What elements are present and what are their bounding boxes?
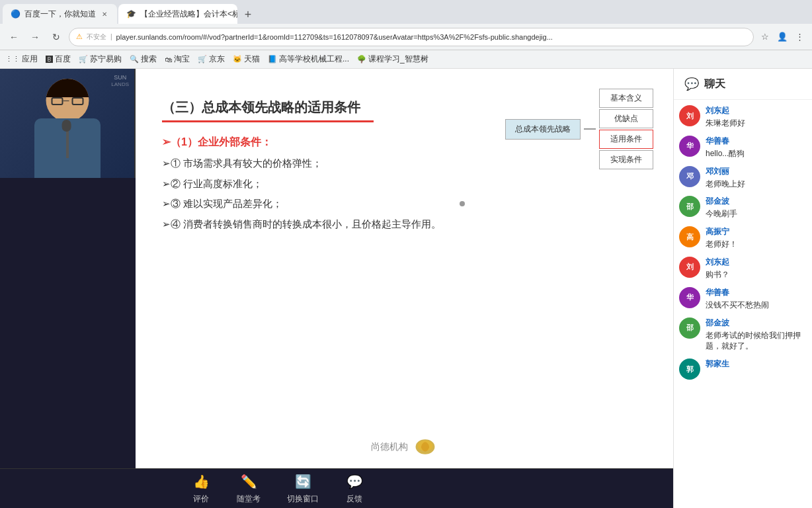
chat-content-1: 华善春 hello...酷狗 bbox=[706, 136, 807, 159]
chat-msg-8: 郭 郭家生 bbox=[679, 359, 807, 380]
quiz-label: 随堂考 bbox=[237, 493, 261, 505]
tab-label-course: 【企业经营战略】会计本<标... bbox=[140, 9, 237, 20]
webcam-box: SUN LANDS bbox=[0, 69, 136, 178]
chat-msg-0: 刘 刘东起 朱琳老师好 bbox=[679, 105, 807, 129]
bookmark-mech[interactable]: 📘 高等学校机械工程... bbox=[268, 54, 349, 65]
main-area: SUN LANDS 总成本领先战略 基本含义 优缺点 适用条件 实 bbox=[0, 69, 812, 508]
address-box[interactable]: ⚠ 不安全 | player.sunlands.com/room/#/vod?p… bbox=[69, 28, 754, 46]
rate-label: 评价 bbox=[193, 493, 209, 505]
chat-avatar-6: 华 bbox=[679, 287, 700, 308]
switch-icon: 🔄 bbox=[294, 472, 312, 491]
forward-button[interactable]: → bbox=[26, 28, 44, 46]
chat-avatar-3: 邵 bbox=[679, 196, 700, 217]
bookmark-search-label: 搜索 bbox=[141, 54, 157, 65]
diagram-center-label: 总成本领先战略 bbox=[505, 119, 581, 140]
chat-msg-2: 邓 邓刘丽 老师晚上好 bbox=[679, 166, 807, 190]
baidu-icon: 🅱 bbox=[46, 56, 53, 64]
bookmark-taobao[interactable]: 🛍 淘宝 bbox=[165, 54, 190, 65]
zhihui-icon: 🌳 bbox=[357, 55, 366, 64]
tab-favicon: 🔵 bbox=[11, 9, 20, 19]
toolbar-rate[interactable]: 👍 评价 bbox=[192, 472, 210, 505]
profile-icon[interactable]: 👤 bbox=[775, 30, 790, 44]
back-button[interactable]: ← bbox=[5, 28, 22, 46]
chat-text-0: 朱琳老师好 bbox=[706, 118, 807, 129]
chat-avatar-7: 邵 bbox=[679, 318, 700, 339]
toolbar-items: 👍 评价 ✏️ 随堂考 🔄 切换窗口 💬 反馈 bbox=[13, 472, 542, 505]
tab-baidu[interactable]: 🔵 百度一下，你就知道 ✕ bbox=[3, 4, 117, 24]
logo-icon-svg bbox=[412, 435, 438, 458]
chat-name-3: 邵金波 bbox=[706, 196, 807, 207]
diagram-box-1: 优缺点 bbox=[599, 109, 653, 128]
chat-name-8: 郭家生 bbox=[706, 359, 807, 370]
diagram-boxes: 基本含义 优缺点 适用条件 实现条件 bbox=[599, 89, 653, 169]
toolbar-switch[interactable]: 🔄 切换窗口 bbox=[287, 472, 319, 505]
tianmao-icon: 🐱 bbox=[233, 55, 242, 64]
feedback-icon: 💬 bbox=[345, 472, 364, 491]
chat-avatar-1: 华 bbox=[679, 136, 700, 157]
chat-content-3: 邵金波 今晚刷手 bbox=[706, 196, 807, 220]
chat-msg-7: 邵 邵金波 老师考试的时候给我们押押题，就好了。 bbox=[679, 318, 807, 353]
chat-text-1: hello...酷狗 bbox=[706, 148, 807, 159]
chat-content-5: 刘东起 购书？ bbox=[706, 257, 807, 280]
chat-msg-3: 邵 邵金波 今晚刷手 bbox=[679, 196, 807, 220]
bookmark-suning[interactable]: 🛒 苏宁易购 bbox=[79, 54, 122, 65]
chat-name-7: 邵金波 bbox=[706, 318, 807, 329]
bookmark-tianmao-label: 天猫 bbox=[244, 54, 260, 65]
chat-text-6: 没钱不买不愁热闹 bbox=[706, 300, 807, 311]
chat-content-4: 高振宁 老师好！ bbox=[706, 226, 807, 250]
chat-msg-6: 华 华善春 没钱不买不愁热闹 bbox=[679, 287, 807, 311]
address-text: player.sunlands.com/room/#/vod?partnerId… bbox=[116, 33, 747, 41]
new-tab-button[interactable]: + bbox=[239, 5, 257, 24]
bookmark-jd[interactable]: 🛒 京东 bbox=[198, 54, 225, 65]
jd-icon: 🛒 bbox=[198, 55, 207, 64]
chat-messages[interactable]: 刘 刘东起 朱琳老师好 华 华善春 hello...酷狗 邓 邓刘丽 老师晚上好 bbox=[674, 100, 812, 508]
chat-text-5: 购书？ bbox=[706, 269, 807, 280]
chat-content-2: 邓刘丽 老师晚上好 bbox=[706, 166, 807, 190]
menu-icon[interactable]: ⋮ bbox=[792, 30, 807, 44]
search-bk-icon: 🔍 bbox=[130, 55, 139, 64]
rate-icon: 👍 bbox=[192, 472, 210, 491]
bookmark-search[interactable]: 🔍 搜索 bbox=[130, 54, 157, 65]
address-bar-row: ← → ↻ ⚠ 不安全 | player.sunlands.com/room/#… bbox=[0, 24, 812, 50]
suning-icon: 🛒 bbox=[79, 55, 88, 64]
toolbar-quiz[interactable]: ✏️ 随堂考 bbox=[237, 472, 261, 505]
chat-text-3: 今晚刷手 bbox=[706, 208, 807, 220]
chat-header: 💬 聊天 bbox=[674, 69, 812, 100]
tab-favicon-course: 🎓 bbox=[126, 9, 136, 19]
chat-name-2: 邓刘丽 bbox=[706, 166, 807, 177]
slide-title-underline bbox=[162, 120, 374, 122]
chat-name-6: 华善春 bbox=[706, 287, 807, 298]
diagram-box-3: 实现条件 bbox=[599, 150, 653, 169]
bookmark-tianmao[interactable]: 🐱 天猫 bbox=[233, 54, 260, 65]
bookmark-zhihui-label: 课程学习_智慧树 bbox=[368, 54, 428, 65]
webcam-background: SUN LANDS bbox=[0, 69, 134, 178]
star-icon[interactable]: ☆ bbox=[758, 30, 772, 44]
diagram-box-2: 适用条件 bbox=[599, 130, 653, 149]
slide-item-1: ➢② 行业高度标准化； bbox=[162, 177, 647, 192]
reload-button[interactable]: ↻ bbox=[48, 28, 65, 46]
tab-course[interactable]: 🎓 【企业经营战略】会计本<标... ✕ bbox=[118, 4, 237, 24]
bookmark-mech-label: 高等学校机械工程... bbox=[279, 54, 349, 65]
addr-actions: ☆ 👤 ⋮ bbox=[758, 30, 807, 44]
toolbar-feedback[interactable]: 💬 反馈 bbox=[345, 472, 364, 505]
bookmark-zhihui[interactable]: 🌳 课程学习_智慧树 bbox=[357, 54, 428, 65]
quiz-icon: ✏️ bbox=[239, 472, 258, 491]
bookmark-apps[interactable]: ⋮⋮ 应用 bbox=[5, 54, 38, 65]
bookmark-suning-label: 苏宁易购 bbox=[90, 54, 122, 65]
chat-msg-4: 高 高振宁 老师好！ bbox=[679, 226, 807, 250]
video-area: SUN LANDS 总成本领先战略 基本含义 优缺点 适用条件 实 bbox=[0, 69, 673, 508]
security-label: 不安全 bbox=[87, 32, 106, 42]
chat-content-8: 郭家生 bbox=[706, 359, 807, 371]
switch-label: 切换窗口 bbox=[287, 493, 319, 505]
tab-close-baidu[interactable]: ✕ bbox=[100, 9, 109, 19]
chat-sidebar: 💬 聊天 刘 刘东起 朱琳老师好 华 华善春 hello...酷狗 邓 bbox=[673, 69, 812, 508]
diagram: 总成本领先战略 基本含义 优缺点 适用条件 实现条件 bbox=[505, 89, 653, 169]
slide-item-3: ➢④ 消费者转换销售商时的转换成本很小，且价格起主导作用。 bbox=[162, 217, 647, 232]
slide-logo: 尚德机构 bbox=[371, 435, 438, 458]
chat-name-5: 刘东起 bbox=[706, 257, 807, 268]
chat-avatar-2: 邓 bbox=[679, 166, 700, 187]
security-icon: ⚠ bbox=[76, 32, 83, 41]
bookmark-baidu[interactable]: 🅱 百度 bbox=[46, 54, 71, 65]
chat-content-0: 刘东起 朱琳老师好 bbox=[706, 105, 807, 129]
feedback-label: 反馈 bbox=[346, 493, 362, 505]
